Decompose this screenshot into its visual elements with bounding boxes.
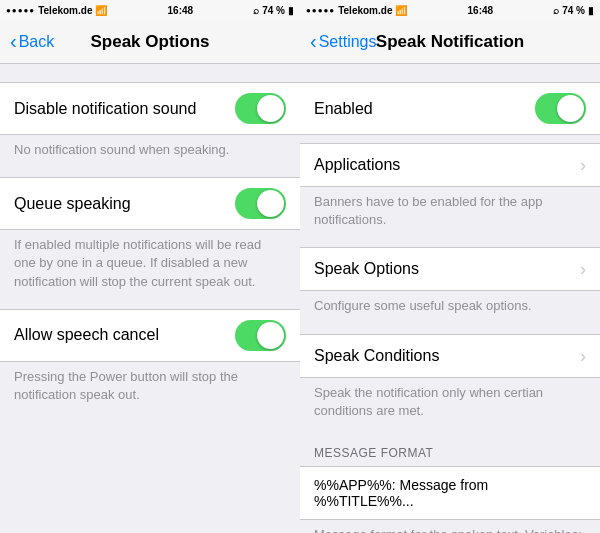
battery-icon-right: ▮: [588, 5, 594, 16]
sublabel-disable-sound: No notification sound when speaking.: [0, 135, 300, 169]
battery-left: 74 %: [262, 5, 285, 16]
section-message-format: %%APP%%: Message from %%TITLE%%... Messa…: [300, 466, 600, 533]
status-left-right: ●●●●● Telekom.de 📶: [306, 5, 407, 16]
time-right: 16:48: [468, 5, 494, 16]
cell-speak-conditions[interactable]: Speak Conditions ›: [300, 334, 600, 378]
nav-bar-right: ‹ Settings Speak Notification: [300, 20, 600, 64]
sublabel-cancel: Pressing the Power button will stop the …: [0, 362, 300, 414]
cell-disable-sound: Disable notification sound: [0, 82, 300, 135]
nav-title-right: Speak Notification: [376, 32, 524, 52]
back-label-left: Back: [19, 33, 55, 51]
cell-speak-options[interactable]: Speak Options ›: [300, 247, 600, 291]
sublabel-queue: If enabled multiple notifications will b…: [0, 230, 300, 301]
nav-title-left: Speak Options: [90, 32, 209, 52]
back-label-right: Settings: [319, 33, 377, 51]
back-button-right[interactable]: ‹ Settings: [310, 32, 376, 51]
section-speak-conditions: Speak Conditions › Speak the notificatio…: [300, 334, 600, 430]
label-speak-options: Speak Options: [314, 260, 419, 278]
label-speak-conditions: Speak Conditions: [314, 347, 439, 365]
label-applications: Applications: [314, 156, 400, 174]
label-enabled: Enabled: [314, 100, 373, 118]
wifi-icon: 📶: [95, 5, 107, 16]
sublabel-message-format: Message format for the spoken text. Vari…: [300, 520, 600, 533]
status-left: ●●●●● Telekom.de 📶: [6, 5, 107, 16]
status-right-right: ⌕ 74 % ▮: [553, 5, 594, 16]
chevron-speak-options: ›: [580, 260, 586, 278]
back-button-left[interactable]: ‹ Back: [10, 32, 54, 51]
nav-bar-left: ‹ Back Speak Options: [0, 20, 300, 64]
label-disable-sound: Disable notification sound: [14, 100, 196, 118]
divider1: [0, 169, 300, 177]
section-queue: Queue speaking If enabled multiple notif…: [0, 177, 300, 301]
cell-cancel: Allow speech cancel: [0, 309, 300, 362]
carrier-left: Telekom.de: [38, 5, 92, 16]
sublabel-applications: Banners have to be enabled for the app n…: [300, 187, 600, 239]
right-panel: ●●●●● Telekom.de 📶 16:48 ⌕ 74 % ▮ ‹ Sett…: [300, 0, 600, 533]
back-chevron-right: ‹: [310, 31, 317, 51]
time-left: 16:48: [168, 5, 194, 16]
cell-enabled: Enabled: [300, 82, 600, 135]
message-format-value: %%APP%%: Message from %%TITLE%%...: [314, 477, 586, 509]
divider-r3: [300, 326, 600, 334]
divider-r1: [300, 135, 600, 143]
toggle-queue[interactable]: [235, 188, 286, 219]
toggle-enabled[interactable]: [535, 93, 586, 124]
bt-icon-right: ⌕: [553, 5, 559, 16]
status-bar-right: ●●●●● Telekom.de 📶 16:48 ⌕ 74 % ▮: [300, 0, 600, 20]
battery-right: 74 %: [562, 5, 585, 16]
label-queue: Queue speaking: [14, 195, 131, 213]
wifi-icon-right: 📶: [395, 5, 407, 16]
carrier-right: Telekom.de: [338, 5, 392, 16]
section-disable-sound: Disable notification sound No notificati…: [0, 82, 300, 169]
section-speak-options: Speak Options › Configure some useful sp…: [300, 247, 600, 325]
left-panel: ●●●●● Telekom.de 📶 16:48 ⌕ 74 % ▮ ‹ Back…: [0, 0, 300, 533]
cell-applications[interactable]: Applications ›: [300, 143, 600, 187]
label-cancel: Allow speech cancel: [14, 326, 159, 344]
section-header-message-format: MESSAGE FORMAT: [300, 430, 600, 466]
bt-icon-left: ⌕: [253, 5, 259, 16]
divider2: [0, 301, 300, 309]
section-enabled: Enabled: [300, 82, 600, 135]
toggle-cancel[interactable]: [235, 320, 286, 351]
divider-top-right: [300, 64, 600, 82]
cell-queue: Queue speaking: [0, 177, 300, 230]
signal-dots-right: ●●●●●: [306, 6, 335, 15]
battery-icon-left: ▮: [288, 5, 294, 16]
signal-dots: ●●●●●: [6, 6, 35, 15]
divider-top-left: [0, 64, 300, 82]
content-right: Enabled Applications › Banners have to b…: [300, 64, 600, 533]
sublabel-speak-options: Configure some useful speak options.: [300, 291, 600, 325]
back-chevron-left: ‹: [10, 31, 17, 51]
chevron-applications: ›: [580, 156, 586, 174]
chevron-speak-conditions: ›: [580, 347, 586, 365]
cell-message-format[interactable]: %%APP%%: Message from %%TITLE%%...: [300, 466, 600, 520]
section-cancel: Allow speech cancel Pressing the Power b…: [0, 309, 300, 414]
sublabel-speak-conditions: Speak the notification only when certian…: [300, 378, 600, 430]
status-right-left: ⌕ 74 % ▮: [253, 5, 294, 16]
toggle-disable-sound[interactable]: [235, 93, 286, 124]
content-left: Disable notification sound No notificati…: [0, 64, 300, 533]
section-applications: Applications › Banners have to be enable…: [300, 143, 600, 239]
divider-r2: [300, 239, 600, 247]
status-bar-left: ●●●●● Telekom.de 📶 16:48 ⌕ 74 % ▮: [0, 0, 300, 20]
